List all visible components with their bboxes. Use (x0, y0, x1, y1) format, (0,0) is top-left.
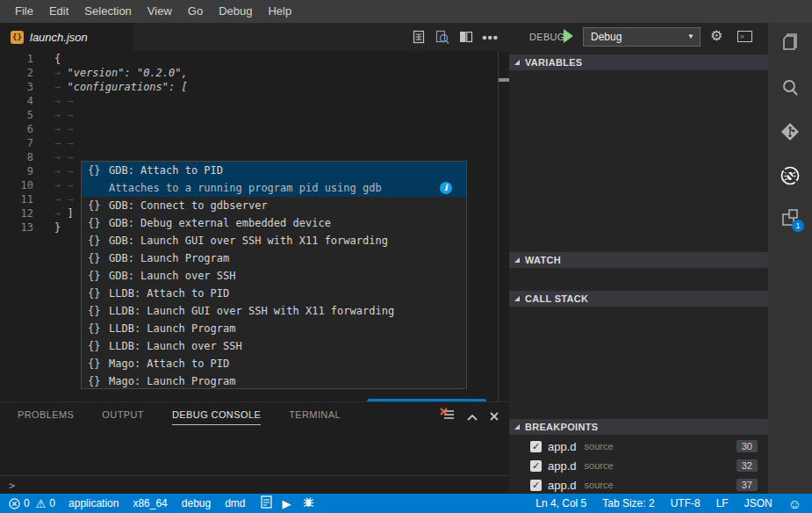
menu-item[interactable]: View (140, 0, 180, 23)
overview-ruler (498, 51, 499, 401)
breakpoint-file: app.d (548, 479, 577, 492)
statusbar-item[interactable]: LF (716, 497, 729, 509)
tab-launch-json[interactable]: {} launch.json (0, 23, 133, 51)
snippet-braces-icon: {} (88, 355, 109, 372)
statusbar-item[interactable]: JSON (744, 497, 772, 509)
statusbar-item[interactable]: dmd (225, 497, 245, 509)
suggest-item[interactable]: {} GDB: Launch Program (82, 249, 466, 267)
whitespace-arrows: → (54, 80, 67, 94)
error-count[interactable]: 0 (9, 497, 30, 509)
debug-console-toggle-icon[interactable]: > (737, 31, 752, 42)
extensions-icon[interactable]: 1 (780, 207, 801, 228)
menu-item[interactable]: File (7, 0, 41, 23)
line-number: 2 (0, 66, 33, 80)
suggest-item[interactable]: {} LLDB: Launch Program (82, 320, 466, 337)
source-control-icon[interactable] (780, 121, 801, 142)
suggest-item[interactable]: {} GDB: Debug external embedded device (82, 214, 466, 232)
maximize-panel-icon[interactable] (467, 408, 478, 424)
line-number: 11 (0, 192, 33, 206)
section-breakpoints[interactable]: BREAKPOINTS (509, 419, 768, 435)
menu-item[interactable]: Selection (76, 0, 139, 23)
code-line[interactable]: 4 → → (0, 94, 492, 108)
suggest-item[interactable]: {} GDB: Launch over SSH (82, 267, 466, 285)
breakpoint-file: app.d (548, 459, 577, 473)
menu-item[interactable]: Debug (211, 0, 260, 23)
error-icon (9, 498, 20, 509)
search-icon[interactable] (780, 77, 801, 98)
code-line[interactable]: 1 { (0, 52, 492, 66)
code-line[interactable]: 7 → → (0, 136, 492, 150)
menu-item[interactable]: Help (260, 0, 299, 23)
start-debug-icon[interactable] (564, 29, 573, 43)
breakpoint-line-badge: 32 (737, 459, 758, 472)
bug-icon[interactable] (302, 495, 315, 511)
statusbar-item[interactable]: debug (182, 497, 211, 509)
explorer-icon[interactable] (780, 32, 801, 53)
breakpoint-line-badge: 37 (737, 479, 758, 491)
statusbar-left-items: applicationx86_64debugdmd (68, 497, 245, 509)
snippet-braces-icon: {} (88, 267, 109, 285)
suggest-item[interactable]: {} Mago: Attach to PID (82, 355, 466, 372)
more-actions-icon[interactable]: ••• (482, 30, 499, 45)
breakpoint-checkbox[interactable]: ✓ (530, 460, 542, 472)
breakpoint-row[interactable]: ✓ app.d source 32 (509, 456, 768, 475)
info-icon[interactable]: i (440, 182, 452, 194)
section-variables[interactable]: VARIABLES (509, 54, 768, 70)
split-editor-icon[interactable] (459, 31, 473, 43)
debug-config-dropdown[interactable]: Debug ▼ (583, 27, 701, 47)
debug-config-value: Debug (591, 31, 622, 43)
run-play-icon[interactable]: ▶ (283, 497, 291, 510)
section-watch[interactable]: WATCH (509, 252, 768, 268)
breakpoint-checkbox[interactable]: ✓ (530, 441, 542, 452)
panel-tab[interactable]: TERMINAL (289, 409, 341, 425)
suggest-item[interactable]: {} Mago: Launch Program (82, 372, 466, 390)
line-number: 9 (0, 164, 33, 178)
code-line[interactable]: 3 → "configurations": [ (0, 80, 492, 94)
suggest-item[interactable]: {} LLDB: Launch GUI over SSH with X11 fo… (82, 302, 466, 320)
breakpoint-row[interactable]: ✓ app.d source 37 (509, 475, 768, 495)
suggest-label: LLDB: Launch over SSH (109, 337, 242, 355)
close-panel-icon[interactable] (490, 408, 499, 424)
console-input-separator (0, 475, 509, 476)
console-prompt-chevron[interactable]: > (9, 480, 15, 492)
menu-item[interactable]: Edit (41, 0, 76, 23)
section-call-stack[interactable]: CALL STACK (509, 291, 768, 307)
panel-tab[interactable]: OUTPUT (102, 409, 144, 425)
statusbar-item[interactable]: application (68, 497, 119, 509)
line-number: 13 (0, 220, 33, 235)
debug-icon[interactable] (780, 165, 801, 186)
suggest-item[interactable]: {} LLDB: Attach to PID (82, 285, 466, 302)
breakpoint-checkbox[interactable]: ✓ (530, 480, 542, 491)
code-editor[interactable]: 1 { 2 → "version": "0.2.0", 3 → "configu… (0, 51, 509, 401)
clear-console-icon[interactable] (440, 408, 455, 424)
activity-bar: 1 (768, 23, 812, 494)
feedback-smiley-icon[interactable]: ☺ (788, 496, 801, 511)
suggest-item-selected[interactable]: {} GDB: Attach to PID Attaches to a runn… (82, 162, 466, 197)
suggest-item[interactable]: {} GDB: Connect to gdbserver (82, 197, 466, 214)
open-preview-search-icon[interactable] (435, 30, 450, 45)
statusbar-item[interactable]: UTF-8 (671, 497, 701, 509)
suggest-item[interactable]: {} GDB: Launch GUI over SSH with X11 for… (82, 232, 466, 249)
snippet-braces-icon: {} (88, 214, 109, 232)
panel-tab[interactable]: DEBUG CONSOLE (172, 409, 261, 425)
code-text: { (54, 52, 61, 66)
breakpoint-row[interactable]: ✓ app.d source 30 (509, 437, 768, 456)
code-line[interactable]: 2 → "version": "0.2.0", (0, 66, 492, 80)
breakpoint-file: app.d (548, 440, 577, 453)
editor-title-actions: ••• (395, 23, 509, 51)
debug-sidebar: DEBUG Debug ▼ ⚙ > VARIABLES WATCH CALL S… (509, 23, 768, 494)
code-line[interactable]: 5 → → (0, 108, 492, 122)
code-line[interactable]: 6 → → (0, 122, 492, 136)
suggest-item[interactable]: {} LLDB: Launch over SSH (82, 337, 466, 355)
statusbar-item[interactable]: Tab Size: 2 (602, 497, 654, 509)
whitespace-arrows: → → (54, 150, 80, 164)
statusbar-item[interactable]: x86_64 (133, 497, 167, 509)
gear-icon[interactable]: ⚙ (710, 26, 722, 46)
whitespace-arrows: → → (54, 164, 80, 178)
warning-count[interactable]: ⚠ 0 (36, 497, 55, 510)
statusbar-item[interactable]: Ln 4, Col 5 (535, 497, 586, 509)
open-settings-doc-icon[interactable] (412, 30, 426, 44)
panel-tab[interactable]: PROBLEMS (18, 409, 74, 425)
menu-item[interactable]: Go (180, 0, 211, 23)
coverage-doc-icon[interactable] (261, 495, 272, 511)
